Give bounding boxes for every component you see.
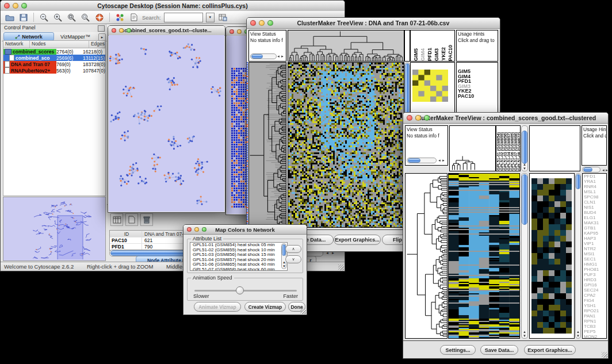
column-dendrogram-canvas[interactable]	[288, 30, 404, 61]
treeview-dna-titlebar[interactable]: ClusterMaker TreeView : DNA and Tran 07-…	[247, 18, 500, 29]
gene-label[interactable]: MON2	[583, 334, 606, 339]
export-graphics-button[interactable]: Export Graphics...	[524, 345, 576, 355]
network-list-row[interactable]: combined_sco 2569(6) 13112(15)	[3, 55, 105, 61]
gene-label[interactable]: SEC24	[583, 288, 606, 293]
row-dendrogram-panel[interactable]	[405, 173, 447, 339]
row-dendrogram-panel[interactable]	[248, 62, 286, 228]
move-up-button[interactable]: ∧	[285, 245, 301, 253]
heatmap-panel[interactable]	[288, 62, 404, 228]
gene-label[interactable]: MAK31	[583, 220, 606, 225]
open-file-icon[interactable]	[4, 13, 15, 22]
zoom-window-icon[interactable]	[424, 115, 430, 121]
heatmap-panel[interactable]	[448, 173, 520, 339]
gene-label[interactable]: NIS1	[583, 205, 606, 210]
help-lifesaver-icon[interactable]	[94, 13, 105, 22]
resize-grip[interactable]	[300, 308, 306, 314]
resize-grip[interactable]	[338, 265, 344, 270]
gene-label[interactable]: SEC1	[583, 256, 606, 262]
network-overview-panel[interactable]	[3, 197, 106, 261]
network-list-row[interactable]: combined_scores 2764(0) 16218(0)	[3, 48, 105, 55]
search-dropdown-icon[interactable]: ▼	[206, 13, 215, 22]
attribute-select-icon[interactable]	[110, 213, 123, 226]
scroll-down-icon[interactable]: ▼	[523, 334, 526, 338]
gene-label[interactable]: PHO81	[583, 267, 606, 272]
new-attribute-icon[interactable]	[125, 213, 138, 226]
gene-label[interactable]: YRA1	[583, 179, 606, 184]
gene-label[interactable]: PFD1	[583, 174, 606, 179]
network-list-row[interactable]: DNA and Tran 07 769(0) 183728(0)	[3, 61, 105, 67]
minimize-icon[interactable]	[237, 29, 242, 34]
gene-label[interactable]: RNR4	[583, 184, 606, 189]
create-vizmap-button[interactable]: Create Vizmap	[244, 302, 286, 312]
minimize-icon[interactable]	[13, 3, 18, 9]
scroll-left-icon[interactable]: ◄	[277, 55, 280, 58]
gene-label[interactable]: ELG1	[583, 215, 606, 220]
gene-label[interactable]: PEP5	[583, 329, 606, 334]
gene-label[interactable]: HAP3	[583, 236, 606, 241]
network-canvas[interactable]	[109, 35, 224, 211]
annotation-page-icon[interactable]	[128, 13, 139, 22]
gene-label[interactable]: YSH1	[583, 303, 606, 308]
settings-button[interactable]: Settings...	[440, 345, 476, 355]
detail-heatmap-canvas[interactable]	[531, 178, 572, 334]
zoom-fit-icon[interactable]	[66, 13, 77, 22]
matrix-column-label[interactable]: PAC10	[447, 45, 454, 61]
save-icon[interactable]	[18, 13, 29, 22]
tab-vizmapper[interactable]: VizMapper™	[54, 33, 97, 40]
matrix-column-label[interactable]: GIM4	[420, 48, 426, 61]
gene-label[interactable]: PAN1	[583, 313, 606, 319]
column-dendrogram-panel[interactable]	[288, 30, 404, 62]
gene-label[interactable]: HMG1	[583, 262, 606, 267]
close-icon[interactable]	[250, 20, 256, 26]
network-list-header-cell[interactable]: Network	[3, 41, 30, 48]
scroll-left-icon[interactable]: ◄	[438, 159, 441, 162]
top-vscrollbar[interactable]: ▲ ▼	[521, 125, 528, 171]
gene-label[interactable]: MSI1	[583, 251, 606, 256]
usage-hints-hscrollbar[interactable]	[582, 167, 600, 173]
resize-grip[interactable]	[602, 352, 607, 358]
network-list-header-cell[interactable]: Edges	[89, 41, 105, 48]
minimize-icon[interactable]	[194, 227, 199, 232]
tab-network[interactable]: Network	[3, 32, 54, 41]
gene-label[interactable]: PUF3	[583, 272, 606, 277]
scroll-down-icon[interactable]: ▼	[523, 167, 526, 170]
close-icon[interactable]	[230, 29, 234, 34]
zoom-window-icon[interactable]	[127, 28, 131, 33]
gene-label[interactable]: RPO21	[583, 308, 606, 313]
row-dendrogram-canvas[interactable]	[249, 63, 286, 227]
gene-label[interactable]: GTB1	[583, 225, 606, 231]
animation-speed-slider[interactable]	[194, 290, 297, 292]
save-data-button[interactable]: Save Data...	[480, 345, 518, 355]
vizmapper-nodes-icon[interactable]	[114, 13, 125, 22]
detail-vscrollbar[interactable]: ▲ ▼	[575, 173, 581, 339]
gene-label[interactable]: BUD4	[583, 210, 606, 215]
gene-label[interactable]: RPN1	[583, 319, 606, 324]
gene-label[interactable]: HRD3	[583, 277, 606, 282]
scroll-up-icon[interactable]: ▲	[523, 163, 526, 166]
float-panel-icon[interactable]	[98, 25, 105, 32]
gene-label[interactable]: CPA2	[583, 293, 606, 298]
minimize-icon[interactable]	[119, 28, 124, 33]
row-dendrogram-canvas[interactable]	[406, 174, 447, 338]
treeview-combined-titlebar[interactable]: ClusterMaker TreeView : combined_scores_…	[403, 113, 608, 124]
dialog-titlebar[interactable]: Map Colors to Network	[183, 225, 307, 235]
minimize-icon[interactable]	[259, 20, 265, 26]
gene-label[interactable]: SPC98	[583, 194, 606, 200]
scroll-right-icon[interactable]: ►	[442, 159, 445, 162]
delete-attribute-icon[interactable]	[140, 213, 153, 226]
attribute-list-item[interactable]: GPL51-07 (GSM868) heat shock 60 min	[192, 267, 282, 271]
view-status-hscrollbar[interactable]	[407, 158, 437, 163]
slider-thumb[interactable]	[236, 286, 244, 294]
network-list-header-cell[interactable]: Nodes	[30, 41, 89, 48]
minimize-icon[interactable]	[415, 115, 421, 121]
zoom-window-icon[interactable]	[21, 3, 27, 9]
scroll-up-icon[interactable]: ▲	[576, 330, 580, 334]
scroll-up-icon[interactable]: ▲	[523, 330, 526, 334]
close-icon[interactable]	[4, 3, 10, 9]
column-dendrogram-panel[interactable]	[449, 125, 496, 171]
scroll-down-icon[interactable]: ▼	[282, 265, 286, 268]
import-table-icon[interactable]	[217, 13, 228, 22]
scroll-right-icon[interactable]: ►	[605, 168, 609, 172]
detail-heatmap-panel[interactable]	[529, 173, 575, 339]
scroll-right-icon[interactable]: ►	[281, 55, 284, 58]
